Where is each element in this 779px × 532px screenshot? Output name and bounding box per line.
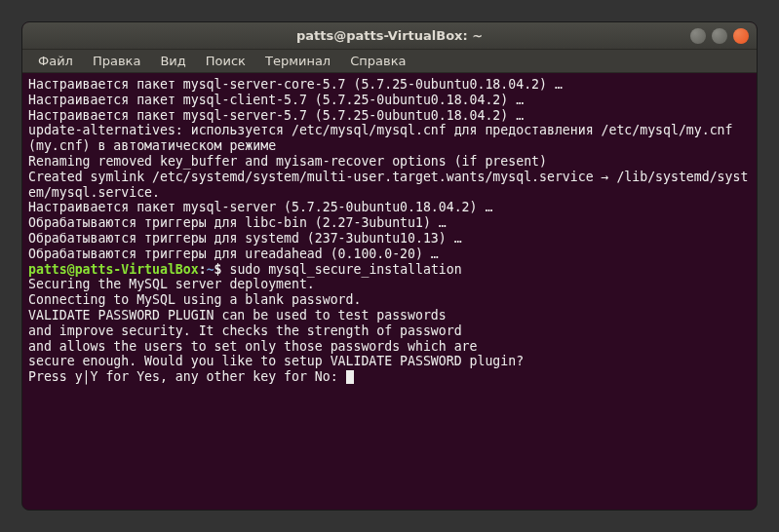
- terminal-line: Настраивается пакет mysql-client-5.7 (5.…: [28, 93, 751, 108]
- terminal-line: Настраивается пакет mysql-server-5.7 (5.…: [28, 108, 751, 124]
- terminal-line: VALIDATE PASSWORD PLUGIN can be used to …: [28, 308, 751, 323]
- prompt-user-host: patts@patts-VirtualBox: [28, 262, 199, 277]
- terminal-body[interactable]: Настраивается пакет mysql-server-core-5.…: [22, 73, 757, 510]
- terminal-line: Обрабатываются триггеры для systemd (237…: [28, 231, 751, 247]
- terminal-line: and allows the users to set only those p…: [28, 339, 751, 355]
- input-prompt-line: Press y|Y for Yes, any other key for No:: [28, 369, 354, 384]
- command-text: sudo mysql_secure_installation: [222, 262, 462, 277]
- terminal-line: Connecting to MySQL using a blank passwo…: [28, 292, 751, 308]
- terminal-line: and improve security. It checks the stre…: [28, 323, 751, 339]
- cursor-icon: [346, 370, 354, 384]
- menu-terminal[interactable]: Терминал: [257, 52, 338, 70]
- window-title: patts@patts-VirtualBox: ~: [296, 28, 483, 43]
- menu-help[interactable]: Справка: [342, 52, 413, 70]
- minimize-icon[interactable]: [690, 28, 706, 44]
- terminal-line: Securing the MySQL server deployment.: [28, 277, 751, 292]
- menu-edit[interactable]: Правка: [85, 52, 148, 70]
- prompt-line: patts@patts-VirtualBox:~$ sudo mysql_sec…: [28, 262, 751, 278]
- close-icon[interactable]: [733, 28, 749, 44]
- titlebar: patts@patts-VirtualBox: ~: [22, 22, 757, 50]
- terminal-line: Обрабатываются триггеры для ureadahead (…: [28, 247, 751, 262]
- terminal-line: secure enough. Would you like to setup V…: [28, 354, 751, 369]
- maximize-icon[interactable]: [712, 28, 727, 44]
- window-controls: [690, 28, 749, 44]
- terminal-line: Press y|Y for Yes, any other key for No:: [28, 369, 346, 384]
- prompt-path: ~: [207, 262, 214, 277]
- terminal-line: Renaming removed key_buffer and myisam-r…: [28, 154, 751, 170]
- terminal-line: Настраивается пакет mysql-server-core-5.…: [28, 77, 751, 93]
- terminal-line: update-alternatives: используется /etc/m…: [28, 123, 751, 154]
- menubar: Файл Правка Вид Поиск Терминал Справка: [22, 50, 757, 73]
- menu-search[interactable]: Поиск: [198, 52, 253, 70]
- terminal-line: Created symlink /etc/systemd/system/mult…: [28, 170, 751, 201]
- terminal-line: Обрабатываются триггеры для libc-bin (2.…: [28, 215, 751, 231]
- prompt-colon: :: [199, 262, 207, 277]
- menu-file[interactable]: Файл: [30, 52, 81, 70]
- menu-view[interactable]: Вид: [152, 52, 193, 70]
- terminal-line: Настраивается пакет mysql-server (5.7.25…: [28, 200, 751, 215]
- terminal-window: patts@patts-VirtualBox: ~ Файл Правка Ви…: [21, 21, 758, 511]
- prompt-dollar: $: [214, 262, 222, 277]
